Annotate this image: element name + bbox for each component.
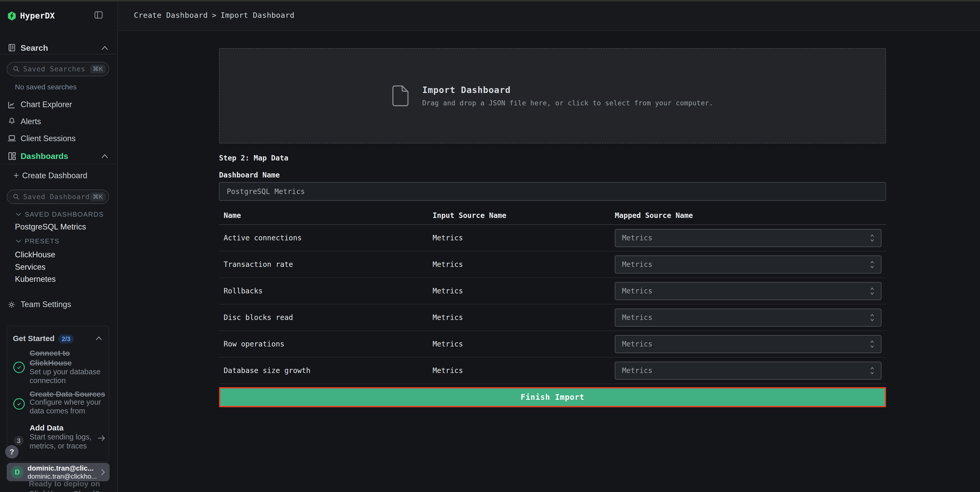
sidebar-item-team-settings[interactable]: Team Settings	[21, 299, 71, 310]
check-circle-icon	[13, 398, 25, 410]
get-started-step-subtitle: Set up your database	[30, 367, 100, 376]
get-started-step-subtitle: Configure where your	[30, 398, 101, 406]
row-input-source: Metrics	[433, 313, 615, 322]
get-started-title: Get Started	[13, 333, 54, 343]
window-top-edge	[0, 0, 980, 2]
chevron-up-icon[interactable]	[95, 336, 102, 340]
saved-dashboards-group-header[interactable]: SAVED DASHBOARDS	[25, 210, 104, 219]
select-value: Metrics	[622, 313, 870, 322]
chevron-up-down-icon	[870, 286, 875, 296]
dashboard-name-input[interactable]	[219, 182, 886, 201]
get-started-step-subtitle: connection	[30, 376, 65, 385]
select-value: Metrics	[622, 260, 870, 269]
sidebar-item-services[interactable]: Services	[15, 262, 46, 272]
row-name: Transaction rate	[224, 260, 433, 269]
row-input-source: Metrics	[433, 366, 615, 375]
table-row: Rollbacks Metrics Metrics	[219, 278, 886, 305]
help-button[interactable]: ?	[5, 445, 19, 458]
import-dropzone[interactable]: Import Dashboard Drag and drop a JSON fi…	[219, 48, 886, 144]
mapped-source-select[interactable]: Metrics	[615, 256, 881, 273]
get-started-step-subtitle: Start sending logs,	[30, 433, 91, 441]
chevron-up-down-icon	[870, 313, 875, 322]
arrow-right-icon[interactable]	[97, 434, 106, 442]
file-icon	[392, 85, 409, 107]
dropzone-title: Import Dashboard	[422, 84, 713, 96]
chevron-up-down-icon	[870, 233, 875, 243]
table-row: Row operations Metrics Metrics	[219, 331, 886, 358]
sidebar-item-alerts[interactable]: Alerts	[21, 117, 41, 127]
check-circle-icon	[13, 362, 25, 373]
sidebar-item-dashboards[interactable]: Dashboards	[21, 151, 68, 161]
select-value: Metrics	[622, 287, 870, 296]
saved-searches-placeholder: Saved Searches	[23, 65, 90, 73]
chart-explorer-icon	[7, 101, 16, 109]
hyperdx-logo-icon	[7, 11, 17, 21]
divider	[0, 54, 117, 54]
create-dashboard-button[interactable]: Create Dashboard	[22, 171, 87, 181]
saved-dashboards-input[interactable]: Saved Dashboards ⌘K	[7, 190, 109, 204]
sidebar-item-postgresql-metrics[interactable]: PostgreSQL Metrics	[15, 222, 86, 232]
sidebar-item-chart-explorer[interactable]: Chart Explorer	[21, 99, 72, 110]
plus-icon	[13, 172, 19, 179]
row-name: Row operations	[224, 340, 433, 348]
column-header-input-source: Input Source Name	[433, 211, 615, 220]
user-profile[interactable]: D dominic.tran@clic... dominic.tran@clic…	[7, 463, 110, 481]
chevron-up-icon[interactable]	[101, 153, 108, 159]
get-started-step-subtitle: metrics, or traces	[30, 441, 87, 450]
table-row: Disc blocks read Metrics Metrics	[219, 305, 886, 331]
mapped-source-select[interactable]: Metrics	[615, 362, 881, 380]
table-row: Transaction rate Metrics Metrics	[219, 251, 886, 278]
get-started-step-title[interactable]: Add Data	[30, 423, 64, 433]
select-value: Metrics	[622, 366, 870, 375]
sidebar-item-kubernetes[interactable]: Kubernetes	[15, 274, 56, 284]
chevron-up-down-icon	[870, 260, 875, 269]
mapped-source-select[interactable]: Metrics	[615, 282, 881, 300]
chevron-up-icon[interactable]	[101, 45, 108, 51]
row-input-source: Metrics	[433, 340, 615, 348]
avatar: D	[11, 466, 24, 479]
bell-icon	[8, 117, 16, 126]
chevron-up-down-icon	[870, 366, 875, 375]
divider	[0, 164, 117, 165]
dropzone-subtitle: Drag and drop a JSON file here, or click…	[422, 99, 713, 107]
breadcrumb-import-dashboard: Import Dashboard	[221, 11, 294, 20]
row-name: Database size growth	[224, 366, 433, 375]
chevron-right-icon	[100, 468, 106, 476]
row-input-source: Metrics	[433, 260, 615, 269]
sidebar: HyperDX Search Saved Searches ⌘K No save…	[0, 0, 118, 492]
collapse-sidebar-button[interactable]	[93, 10, 104, 20]
search-section-icon	[7, 43, 16, 53]
sidebar-item-client-sessions[interactable]: Client Sessions	[21, 133, 76, 144]
step-label: Step 2: Map Data	[219, 154, 886, 162]
laptop-icon	[7, 134, 16, 142]
breadcrumb-separator: >	[212, 11, 216, 20]
column-header-name: Name	[224, 211, 433, 220]
sidebar-item-clickhouse[interactable]: ClickHouse	[15, 249, 55, 260]
get-started-step-title[interactable]: Connect to	[30, 348, 70, 358]
app-title: HyperDX	[20, 11, 55, 21]
sidebar-item-search[interactable]: Search	[21, 43, 48, 53]
mapped-source-select[interactable]: Metrics	[615, 335, 881, 353]
profile-email: dominic.tran@clickho...	[27, 473, 100, 480]
mapped-source-select[interactable]: Metrics	[615, 308, 881, 327]
saved-searches-input[interactable]: Saved Searches ⌘K	[7, 62, 109, 76]
breadcrumb-create-dashboard[interactable]: Create Dashboard	[134, 11, 208, 20]
profile-name: dominic.tran@clic...	[27, 464, 100, 473]
mapped-source-select[interactable]: Metrics	[615, 229, 881, 247]
no-saved-searches-text: No saved searches	[15, 82, 77, 92]
step-number-badge: 3	[14, 436, 24, 446]
main-area: Create Dashboard > Import Dashboard Impo…	[118, 0, 980, 492]
shortcut-badge: ⌘K	[90, 65, 105, 73]
search-icon	[12, 193, 20, 201]
select-value: Metrics	[622, 234, 870, 243]
row-name: Rollbacks	[224, 287, 433, 296]
column-header-mapped-source: Mapped Source Name	[615, 211, 886, 220]
row-input-source: Metrics	[433, 287, 615, 296]
select-value: Metrics	[622, 340, 870, 348]
row-input-source: Metrics	[433, 234, 615, 243]
search-icon	[12, 65, 20, 73]
chevron-up-down-icon	[870, 340, 875, 349]
presets-group-header[interactable]: PRESETS	[25, 236, 59, 246]
finish-import-button[interactable]: Finish Import	[219, 387, 886, 407]
get-started-step-title[interactable]: ClickHouse	[30, 358, 72, 368]
